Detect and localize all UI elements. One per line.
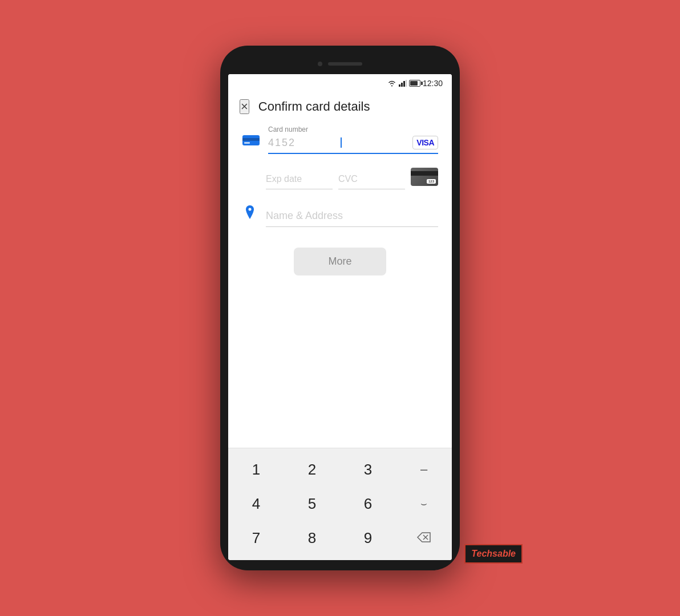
key-5[interactable]: 5 bbox=[284, 487, 340, 520]
address-section: Name & Address bbox=[242, 194, 438, 227]
key-6[interactable]: 6 bbox=[340, 487, 396, 520]
card-number-value: 4152 bbox=[268, 137, 339, 149]
techsable-text: Techsable bbox=[471, 549, 516, 558]
svg-rect-7 bbox=[244, 142, 250, 144]
phone-notch bbox=[228, 56, 452, 72]
text-cursor bbox=[341, 137, 342, 148]
app-header: × Confirm card details bbox=[228, 90, 452, 121]
page-title: Confirm card details bbox=[258, 99, 370, 114]
key-space[interactable]: ⌣ bbox=[396, 487, 452, 520]
key-7[interactable]: 7 bbox=[228, 521, 284, 554]
svg-rect-6 bbox=[242, 138, 260, 141]
key-8[interactable]: 8 bbox=[284, 521, 340, 554]
visa-badge: VISA bbox=[412, 136, 438, 149]
cvc-placeholder: CVC bbox=[338, 174, 405, 189]
keyboard-row-1: 1 2 3 – bbox=[228, 453, 452, 486]
more-section: More bbox=[242, 232, 438, 285]
battery-icon bbox=[409, 80, 420, 87]
svg-rect-1 bbox=[399, 84, 400, 87]
close-button[interactable]: × bbox=[240, 99, 249, 114]
address-placeholder: Name & Address bbox=[266, 210, 438, 227]
key-4[interactable]: 4 bbox=[228, 487, 284, 520]
key-9[interactable]: 9 bbox=[340, 521, 396, 554]
location-icon bbox=[242, 204, 258, 222]
app-content: × Confirm card details Card number bbox=[228, 90, 452, 560]
key-dash[interactable]: – bbox=[396, 453, 452, 486]
signal-icon bbox=[399, 80, 407, 87]
key-3[interactable]: 3 bbox=[340, 453, 396, 486]
svg-rect-3 bbox=[403, 81, 405, 87]
cvc-card-number: 123 bbox=[427, 179, 436, 184]
card-icon bbox=[242, 133, 260, 149]
svg-rect-4 bbox=[406, 80, 407, 87]
more-button[interactable]: More bbox=[294, 248, 386, 275]
cvc-card-icon: 123 bbox=[411, 168, 438, 186]
keyboard-row-3: 7 8 9 bbox=[228, 521, 452, 554]
phone-frame: 12:30 × Confirm card details bbox=[220, 46, 460, 570]
phone-speaker bbox=[328, 62, 362, 66]
cvc-field[interactable]: CVC bbox=[338, 174, 405, 189]
exp-date-placeholder: Exp date bbox=[266, 174, 333, 189]
card-number-section: Card number 4152 VISA bbox=[242, 121, 438, 154]
form-area: Card number 4152 VISA Exp date bbox=[228, 121, 452, 448]
card-number-label: Card number bbox=[268, 125, 438, 133]
exp-date-field[interactable]: Exp date bbox=[266, 174, 333, 189]
card-input-wrapper: Card number 4152 VISA bbox=[268, 125, 438, 154]
svg-point-8 bbox=[249, 208, 252, 211]
card-number-input-row[interactable]: 4152 VISA bbox=[268, 136, 438, 154]
status-icons: 12:30 bbox=[387, 79, 443, 88]
key-backspace[interactable] bbox=[396, 521, 452, 554]
status-bar: 12:30 bbox=[228, 74, 452, 90]
techsable-badge: Techsable bbox=[464, 544, 523, 564]
key-2[interactable]: 2 bbox=[284, 453, 340, 486]
phone-camera bbox=[318, 62, 322, 66]
svg-point-0 bbox=[391, 86, 392, 87]
address-input-wrapper[interactable]: Name & Address bbox=[266, 210, 438, 227]
key-1[interactable]: 1 bbox=[228, 453, 284, 486]
svg-rect-2 bbox=[401, 83, 403, 87]
keyboard-row-2: 4 5 6 ⌣ bbox=[228, 487, 452, 520]
keyboard: 1 2 3 – 4 5 6 ⌣ 7 8 9 bbox=[228, 448, 452, 560]
wifi-icon bbox=[387, 80, 396, 87]
phone-screen: 12:30 × Confirm card details bbox=[228, 74, 452, 560]
exp-cvc-section: Exp date CVC 123 bbox=[242, 156, 438, 189]
status-time: 12:30 bbox=[423, 79, 443, 88]
